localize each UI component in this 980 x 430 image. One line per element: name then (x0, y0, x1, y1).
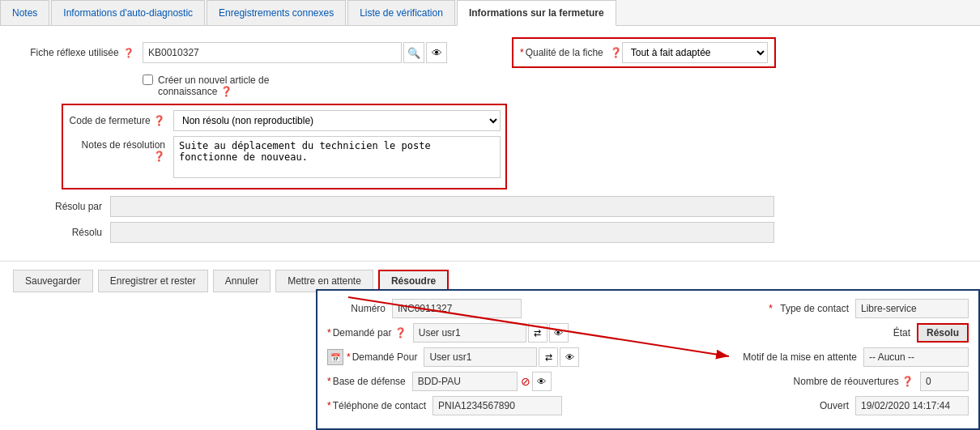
telephone-label: Téléphone de contact (333, 400, 432, 411)
demande-pour-label: Demandé Pour (352, 351, 424, 363)
fiche-input[interactable] (143, 42, 402, 63)
demande-par-star: * (327, 327, 331, 338)
code-fermeture-select[interactable]: Non résolu (non reproductible) (173, 110, 501, 131)
numero-input[interactable] (392, 299, 522, 318)
code-fermeture-label: Code de fermeture ❓ (68, 115, 173, 126)
create-article-row: Créer un nouvel article de connaissance … (143, 75, 967, 97)
tab-checklist[interactable]: Liste de vérification (347, 0, 455, 25)
qualite-select[interactable]: Tout à fait adaptéeAdaptéeNon adaptée (622, 42, 768, 63)
notes-help-icon[interactable]: ❓ (153, 151, 165, 162)
numero-row: Numéro * Type de contact (327, 299, 969, 318)
qualite-star: * (520, 47, 524, 58)
fiche-search-btn[interactable]: 🔍 (403, 42, 424, 63)
type-contact-star: * (769, 303, 773, 314)
tab-bar: Notes Informations d'auto-diagnostic Enr… (0, 0, 980, 26)
fiche-label: Fiche réflexe utilisée ❓ (13, 47, 143, 58)
nb-reouvertures-help[interactable]: ❓ (901, 376, 914, 387)
nb-reouvertures-label: Nombre de réouvertures ❓ (794, 376, 920, 387)
demande-par-help[interactable]: ❓ (394, 327, 407, 338)
create-article-label: Créer un nouvel article de connaissance … (158, 75, 269, 97)
demande-pour-star: * (347, 351, 351, 363)
resolu-label: Résolu (13, 227, 110, 238)
tab-closure[interactable]: Informations sur la fermeture (457, 0, 616, 26)
block-icon: ⊘ (521, 375, 530, 388)
demande-pour-row: 📅 * Demandé Pour ⇄ 👁 Motif de la mise en… (327, 347, 969, 367)
form-area: Fiche réflexe utilisée ❓ 🔍 👁 * Qualité d… (0, 26, 980, 261)
create-help-icon[interactable]: ❓ (220, 86, 232, 97)
telephone-input[interactable] (432, 396, 562, 415)
demande-par-row: * Demandé par ❓ ⇄ 👁 État Résolu (327, 323, 969, 343)
save-stay-button[interactable]: Enregistrer et rester (98, 270, 208, 292)
cancel-button[interactable]: Annuler (213, 270, 271, 292)
fiche-eye-btn[interactable]: 👁 (426, 42, 447, 63)
resolu-input[interactable] (110, 222, 774, 243)
resolu-par-row: Résolu par (13, 196, 967, 217)
demande-par-input[interactable] (413, 323, 526, 343)
resolv-section: Résolu par Résolu (13, 196, 967, 243)
motif-input (863, 347, 969, 367)
nb-reouvertures-input (920, 372, 969, 391)
create-article-checkbox[interactable] (143, 75, 153, 85)
tab-notes[interactable]: Notes (0, 0, 49, 25)
notes-resolution-textarea[interactable]: Suite au déplacement du technicien le po… (173, 136, 501, 178)
resolu-row: Résolu (13, 222, 967, 243)
telephone-row: * Téléphone de contact Ouvert (327, 396, 969, 415)
demande-par-share-btn[interactable]: ⇄ (528, 323, 548, 343)
calendar-icon[interactable]: 📅 (327, 349, 343, 365)
base-defense-star: * (327, 376, 331, 387)
notes-resolution-row: Notes de résolution ❓ Suite au déplaceme… (68, 136, 501, 178)
telephone-star: * (327, 400, 331, 411)
base-defense-eye-btn[interactable]: 👁 (532, 372, 552, 391)
demande-pour-share-btn[interactable]: ⇄ (539, 347, 558, 367)
notes-resolution-label: Notes de résolution ❓ (68, 136, 173, 162)
qualite-help-icon[interactable]: ❓ (610, 47, 622, 58)
code-help-icon[interactable]: ❓ (153, 115, 165, 126)
resolu-par-label: Résolu par (13, 201, 110, 212)
save-button[interactable]: Sauvegarder (13, 270, 93, 292)
motif-label: Motif de la mise en attente (743, 351, 863, 363)
qualite-label: Qualité de la fiche (526, 47, 603, 58)
fiche-row: Fiche réflexe utilisée ❓ 🔍 👁 * Qualité d… (13, 37, 967, 68)
demande-pour-input[interactable] (424, 347, 537, 367)
code-notes-section: Code de fermeture ❓ Non résolu (non repr… (62, 104, 507, 189)
incident-panel: Numéro * Type de contact * Demandé par ❓… (316, 289, 980, 430)
ouvert-input (855, 396, 969, 415)
fiche-help-icon[interactable]: ❓ (123, 48, 134, 57)
tab-connected[interactable]: Enregistrements connexes (207, 0, 346, 25)
numero-label: Numéro (327, 303, 392, 314)
demande-par-eye-btn[interactable]: 👁 (549, 323, 569, 343)
ouvert-label: Ouvert (807, 400, 855, 411)
code-fermeture-row: Code de fermeture ❓ Non résolu (non repr… (68, 110, 501, 131)
etat-badge: Résolu (917, 323, 969, 343)
demande-par-label: Demandé par ❓ (333, 327, 413, 338)
type-contact-input (855, 299, 969, 318)
tab-autodiag[interactable]: Informations d'auto-diagnostic (51, 0, 205, 25)
qualite-section: * Qualité de la fiche ❓ Tout à fait adap… (512, 37, 776, 68)
etat-label: État (868, 327, 917, 338)
demande-pour-eye-btn[interactable]: 👁 (560, 347, 579, 367)
base-defense-row: * Base de défense ⊘ 👁 Nombre de réouvert… (327, 372, 969, 391)
type-contact-label: Type de contact (774, 303, 855, 314)
resolu-par-input[interactable] (110, 196, 774, 217)
base-defense-label: Base de défense (333, 376, 412, 387)
base-defense-input[interactable] (412, 372, 518, 391)
